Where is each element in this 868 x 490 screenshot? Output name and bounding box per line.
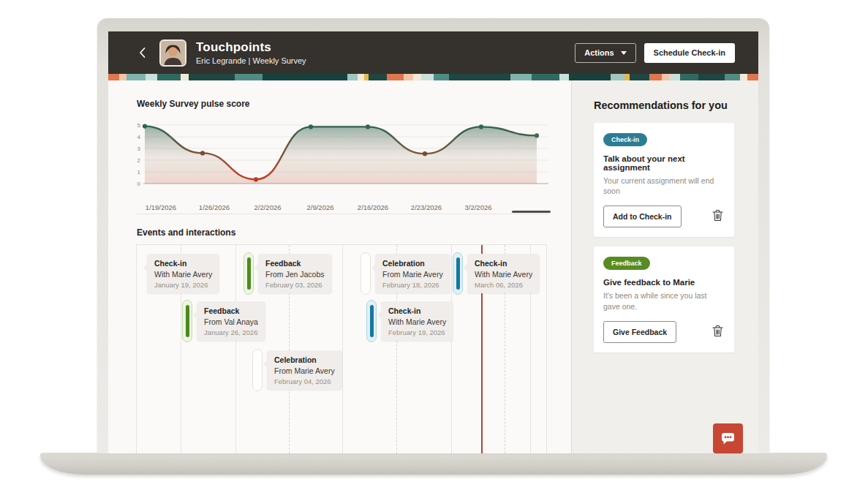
event-type: Check-in [154,259,212,268]
event-type: Check-in [388,306,446,315]
chart-axis-divider [136,214,550,214]
schedule-checkin-button[interactable]: Schedule Check-in [644,43,735,63]
banner-segment [624,74,630,80]
recommendation-badge: Feedback [603,257,650,270]
actions-button-label: Actions [584,48,614,57]
banner-segment [146,74,158,80]
banner-segment [434,74,449,80]
banner-segment [569,74,611,80]
green-event-marker [182,300,192,342]
recommendation-badge: Check-in [603,133,647,146]
banner-segment [630,74,649,80]
timeline-event-card[interactable]: FeedbackFrom Val AnayaJanuary 26, 2026 [197,301,265,341]
event-type: Celebration [274,355,335,364]
event-person: From Val Anaya [204,317,258,326]
event-type: Celebration [382,259,443,268]
svg-text:2/23/2026: 2/23/2026 [411,203,442,211]
page-title: Touchpoints [196,40,306,55]
app-window: Touchpoints Eric Legrande | Weekly Surve… [108,31,758,453]
timeline-gridline [235,245,236,453]
timeline-event-card[interactable]: CelebrationFrom Marie AveryFebruary 18, … [375,254,450,293]
white-event-marker [361,252,371,295]
banner-segment [413,74,421,80]
event-person: With Marie Avery [475,270,532,279]
laptop-base [40,453,827,475]
svg-text:3: 3 [137,146,141,152]
back-button[interactable] [135,44,149,61]
banner-segment [358,74,363,80]
recommendations-panel: Recommendations for you Check-inTalk abo… [571,80,758,453]
svg-text:2: 2 [137,157,141,164]
white-event-marker [252,349,263,391]
recommendation-subtitle: Your current assignment will end soon [603,176,725,196]
banner-segment [510,74,532,80]
recommendation-card: FeedbackGive feedback to MarieIt's been … [594,246,734,352]
svg-text:1: 1 [137,169,141,176]
chevron-left-icon [138,47,146,59]
timeline-event-card[interactable]: Check-inWith Marie AveryJanuary 19, 2026 [147,254,219,293]
event-person: With Marie Avery [154,270,212,279]
timeline-event-card[interactable]: CelebrationFrom Marie AveryFebruary 04, … [267,350,342,390]
page-subtitle: Eric Legrande | Weekly Survey [196,56,306,65]
banner-segment [421,74,434,80]
green-event-marker [244,252,254,295]
timeline-event-card[interactable]: Check-inWith Marie AveryMarch 06, 2026 [467,254,540,293]
svg-text:1/26/2026: 1/26/2026 [199,203,230,211]
banner-segment [698,74,725,80]
event-date: February 18, 2026 [382,281,443,289]
svg-text:4: 4 [137,134,141,140]
add-to-check-in-button[interactable]: Add to Check-in [603,206,682,227]
banner-segment [680,74,698,80]
banner-segment [108,74,119,80]
blue-event-marker [366,300,377,342]
svg-text:2/9/2026: 2/9/2026 [307,203,334,211]
header-actions: Actions Schedule Check-in [575,43,735,63]
banner-segment [649,74,662,80]
timeline-event-card[interactable]: Check-inWith Marie AveryFebruary 19, 202… [381,301,453,341]
chart-title: Weekly Survey pulse score [137,99,250,109]
chat-button[interactable] [713,423,743,453]
events-timeline: Check-inWith Marie AveryJanuary 19, 2026… [136,244,547,453]
svg-text:3/2/2026: 3/2/2026 [465,203,492,211]
banner-segment [347,74,358,80]
events-title: Events and interactions [137,227,235,238]
event-date: January 19, 2026 [154,281,212,289]
banner-segment [119,74,127,80]
recommendation-footer: Give Feedback [603,321,725,343]
banner-segment [662,74,668,80]
app-header: Touchpoints Eric Legrande | Weekly Surve… [108,31,758,74]
chart-scrollbar[interactable] [512,211,551,213]
event-type: Check-in [475,259,532,268]
banner-segment [189,74,235,80]
banner-segment [611,74,624,80]
banner-segment [369,74,387,80]
event-date: March 06, 2026 [475,281,532,289]
delete-recommendation-button[interactable] [711,208,725,225]
banner-segment [263,74,347,80]
banner-segment [404,74,413,80]
timeline-event-card[interactable]: FeedbackFrom Jen JacobsFebruary 03, 2026 [258,254,332,293]
banner-segment [157,74,181,80]
chat-bubble-icon [719,430,737,448]
svg-text:5: 5 [137,122,141,129]
timeline-gridline [342,245,343,453]
actions-button[interactable]: Actions [575,43,635,63]
give-feedback-button[interactable]: Give Feedback [603,321,676,343]
laptop-mockup: Touchpoints Eric Legrande | Weekly Surve… [0,0,868,490]
chevron-down-icon [621,51,627,55]
banner-segment [449,74,510,80]
banner-segment [181,74,189,80]
pulse-score-chart: 0123451/19/20261/26/20262/2/20262/9/2026… [135,119,551,217]
avatar [159,39,186,67]
header-titles: Touchpoints Eric Legrande | Weekly Surve… [196,40,306,65]
svg-text:2/2/2026: 2/2/2026 [254,203,282,211]
delete-recommendation-button[interactable] [711,323,725,341]
event-person: With Marie Avery [388,317,446,326]
banner-segment [747,74,758,80]
event-person: From Marie Avery [274,366,335,375]
banner-segment [740,74,748,80]
trash-icon [712,209,723,222]
event-type: Feedback [204,306,258,315]
banner-segment [669,74,680,80]
svg-text:2/16/2026: 2/16/2026 [358,203,388,211]
